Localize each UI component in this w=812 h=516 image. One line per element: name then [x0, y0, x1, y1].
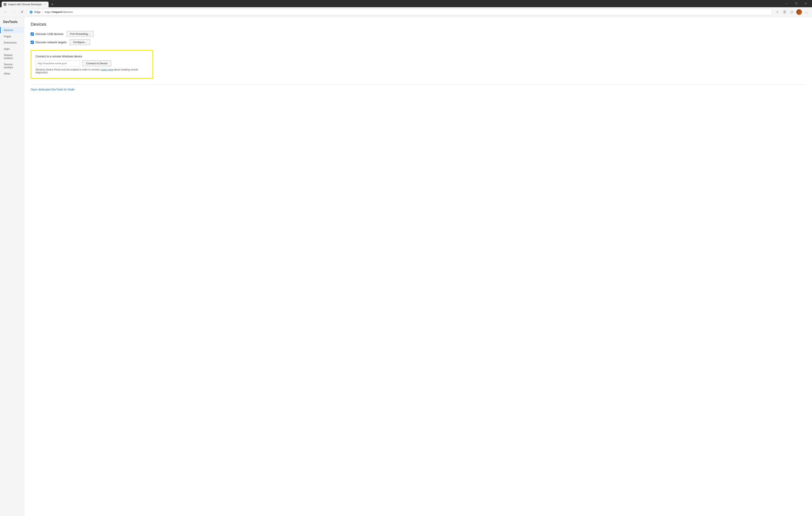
devtools-logo: DevTools — [0, 20, 24, 27]
address-separator: | — [42, 10, 43, 14]
sidebar-item-extensions[interactable]: Extensions — [0, 39, 24, 46]
discover-network-row: Discover network targets Configure... — [31, 39, 806, 45]
favorites-button[interactable]: ☆ — [774, 9, 781, 15]
minimize-button[interactable]: ─ — [782, 1, 791, 7]
connect-input-row: Connect to Device — [35, 60, 148, 66]
sidebar-item-service-workers-label: Service workers — [4, 63, 21, 69]
forward-button[interactable]: → — [10, 9, 17, 15]
discover-network-label[interactable]: Discover network targets — [31, 41, 66, 44]
configure-button[interactable]: Configure... — [70, 39, 90, 45]
sidebar: DevTools Devices Pages Extensions Apps S… — [0, 17, 24, 516]
wallet-button[interactable]: ⬡ — [789, 9, 795, 15]
main-area: Devices Discover USB devices Port forwar… — [24, 17, 812, 516]
discover-usb-row: Discover USB devices Port forwarding... — [31, 31, 806, 37]
back-icon: ← — [4, 10, 7, 14]
sidebar-item-shared-workers[interactable]: Shared workers — [0, 52, 24, 61]
browser-window: Inspect with Chrome Developer × + ─ ❐ ✕ … — [0, 0, 812, 516]
forward-icon: → — [12, 10, 15, 14]
sidebar-item-pages-label: Pages — [4, 35, 11, 38]
connect-section-title: Connect to a remote Windows device — [35, 55, 148, 58]
discover-network-text: Discover network targets — [35, 41, 66, 44]
sidebar-item-devices[interactable]: Devices — [0, 27, 24, 33]
page-title: Devices — [31, 22, 806, 27]
tab-close-button[interactable]: × — [43, 3, 47, 6]
sidebar-item-service-workers[interactable]: Service workers — [0, 61, 24, 70]
sidebar-item-apps-label: Apps — [4, 47, 10, 50]
sidebar-item-other[interactable]: Other — [0, 70, 24, 77]
edge-logo-icon — [29, 10, 33, 14]
refresh-icon: ↺ — [21, 10, 23, 14]
sidebar-item-shared-workers-label: Shared workers — [4, 54, 21, 60]
port-forwarding-button[interactable]: Port forwarding... — [67, 31, 93, 37]
star-icon: ☆ — [776, 10, 779, 14]
content-divider — [31, 84, 806, 85]
new-tab-button[interactable]: + — [49, 2, 55, 7]
connect-to-device-box: Connect to a remote Windows device Conne… — [31, 50, 153, 79]
page-content: DevTools Devices Pages Extensions Apps S… — [0, 17, 812, 516]
nav-right-buttons: ☆ ☰ ⬡ … — [774, 9, 810, 15]
title-bar: Inspect with Chrome Developer × + ─ ❐ ✕ — [0, 0, 812, 7]
profile-button[interactable] — [796, 9, 802, 15]
close-button[interactable]: ✕ — [801, 1, 810, 7]
avatar[interactable] — [796, 9, 802, 15]
address-bar[interactable]: Edge | edge://inspect/#devices — [27, 9, 773, 16]
refresh-button[interactable]: ↺ — [19, 9, 25, 15]
address-highlight: inspect — [53, 10, 62, 13]
more-icon: … — [805, 10, 808, 14]
discover-network-checkbox[interactable] — [31, 41, 34, 44]
discover-usb-text: Discover USB devices — [35, 32, 63, 36]
active-tab[interactable]: Inspect with Chrome Developer × — [2, 2, 49, 7]
window-controls: ─ ❐ ✕ — [782, 1, 810, 7]
learn-more-link[interactable]: Learn more — [101, 68, 113, 71]
connect-to-device-button[interactable]: Connect to Device — [82, 60, 111, 66]
discover-usb-checkbox[interactable] — [31, 32, 34, 36]
tab-favicon — [4, 3, 6, 6]
discover-usb-label[interactable]: Discover USB devices — [31, 32, 63, 36]
more-button[interactable]: … — [803, 9, 810, 15]
wallet-icon: ⬡ — [790, 10, 793, 14]
restore-button[interactable]: ❐ — [791, 1, 801, 7]
connect-note-text: Windows Device Portal must be enabled in… — [35, 68, 100, 71]
open-devtools-node-link[interactable]: Open dedicated DevTools for Node — [31, 88, 806, 91]
sidebar-item-devices-label: Devices — [4, 29, 13, 32]
sidebar-item-pages[interactable]: Pages — [0, 33, 24, 39]
navigation-bar: ← → ↺ Edge | edge://inspect/#devices ☆ — [0, 7, 812, 17]
back-button[interactable]: ← — [2, 9, 9, 15]
sidebar-item-extensions-label: Extensions — [4, 41, 17, 44]
tab-title: Inspect with Chrome Developer — [8, 3, 42, 6]
tab-bar: Inspect with Chrome Developer × + — [2, 0, 779, 7]
address-text: edge://inspect/#devices — [45, 10, 770, 13]
sidebar-item-apps[interactable]: Apps — [0, 46, 24, 52]
collections-icon: ☰ — [783, 10, 786, 14]
sidebar-item-other-label: Other — [4, 72, 10, 75]
connect-note: Windows Device Portal must be enabled in… — [35, 68, 148, 74]
browser-brand-label: Edge — [34, 10, 40, 13]
device-address-input[interactable] — [35, 60, 80, 66]
collections-button[interactable]: ☰ — [781, 9, 788, 15]
